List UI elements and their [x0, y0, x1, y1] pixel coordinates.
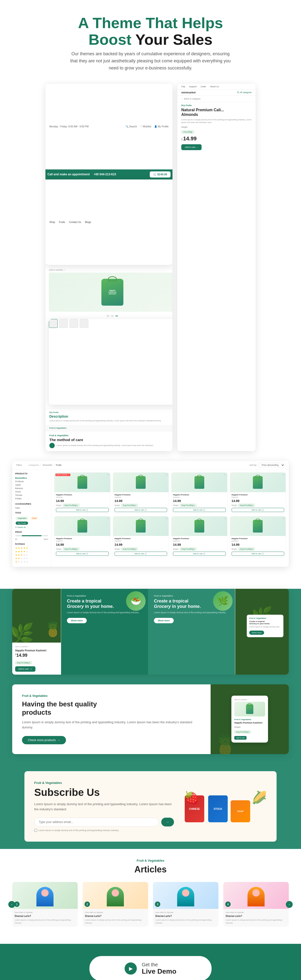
category-onion[interactable]: Onion	[15, 490, 48, 493]
cart-price[interactable]: 🛒 $140.00	[150, 172, 171, 178]
wishlist-icon-4[interactable]: ♡	[282, 474, 285, 476]
weight-label-5: Weight:	[56, 548, 62, 550]
product-mini-bag-2	[136, 476, 146, 489]
weight-tag-mini[interactable]: 1 bot (200g)	[181, 130, 194, 134]
all-categories[interactable]: ☰ All categorie	[237, 91, 252, 94]
back-button[interactable]: ← Back to category	[177, 95, 255, 102]
rating-3[interactable]: ★★★★★	[15, 554, 48, 556]
hero-add-cart-btn[interactable]: Add to cart 🛒	[15, 666, 35, 672]
live-demo-button[interactable]: ▶ Get the Live Demo	[89, 956, 212, 980]
articles-prev-btn[interactable]: ‹	[8, 901, 15, 908]
banner2-show-more-btn[interactable]: Show more	[154, 618, 174, 623]
thumb-3[interactable]	[70, 319, 78, 328]
article-img-1: 1	[12, 882, 78, 909]
nav-shop[interactable]: Shop	[49, 221, 55, 223]
add-cart-btn-3[interactable]: Add to cart 🛒	[173, 508, 226, 512]
weight-tag-card-6[interactable]: Gray Pot (500g+)	[121, 547, 138, 550]
category-bestsellers[interactable]: Bestsellers	[15, 476, 48, 480]
price-min: $0	[15, 538, 17, 540]
wishlist-icon-7[interactable]: ♡	[224, 517, 226, 520]
category-products[interactable]: Products	[15, 480, 48, 483]
search-icon[interactable]: 🔍 Search	[125, 125, 137, 128]
hero-weight-selector[interactable]: Gray Pot (500g+)	[15, 660, 58, 664]
category-apple[interactable]: Apple	[15, 483, 48, 487]
add-cart-btn-6[interactable]: Add to cart 🛒	[115, 552, 167, 556]
wishlist-icon-8[interactable]: ♡	[282, 517, 285, 520]
wishlist-icon-6[interactable]: ♡	[165, 517, 168, 520]
sata-item[interactable]: Sata	[15, 507, 48, 509]
wishlist-icon-3[interactable]: ♡	[224, 474, 226, 476]
subscribe-checkbox[interactable]	[34, 829, 37, 832]
rating-1[interactable]: ★★★★★	[15, 560, 48, 563]
rating-2[interactable]: ★★★★★	[15, 557, 48, 560]
nav-fruits[interactable]: Fruits	[59, 221, 65, 223]
wishlist-icon[interactable]: ♡ Wishlist	[140, 125, 151, 128]
category-banana[interactable]: Banana	[15, 487, 48, 490]
hero-weight-tag[interactable]: Gray Pot (500g+)	[15, 661, 32, 664]
weight-tag-card-4[interactable]: Gray Pot (500g+)	[238, 504, 255, 507]
weight-tag-card-1[interactable]: Gray Pot (500g+)	[63, 504, 79, 507]
add-cart-btn-7[interactable]: Add to cart 🛒	[173, 552, 226, 556]
add-cart-btn-5[interactable]: Add to cart 🛒	[56, 552, 109, 556]
tag-vegetable[interactable]: Vegetable	[16, 517, 29, 520]
weight-tag-card-8[interactable]: Gray Pot (500g+)	[238, 547, 255, 550]
weight-tag-card-5[interactable]: Gray Pot (500g+)	[63, 547, 79, 550]
add-cart-btn-4[interactable]: Add to cart 🛒	[231, 508, 284, 512]
profile-icon[interactable]: 👤 My Profile	[154, 125, 169, 128]
thumb-4[interactable]	[80, 319, 89, 328]
floating-weight-tag[interactable]: Gray Pot (500g+)	[234, 730, 251, 733]
add-cart-btn-1[interactable]: Add to cart 🛒	[56, 508, 109, 512]
faq-link[interactable]: Faq	[181, 85, 185, 88]
email-input[interactable]	[34, 818, 159, 826]
nav-contact[interactable]: Contact Us	[69, 221, 81, 223]
category-tomato[interactable]: Tomato	[15, 493, 48, 497]
floating-add-cart-btn[interactable]: Add to cart	[234, 736, 247, 740]
wishlist-btn[interactable]: Add to wishlist ♡	[49, 269, 173, 271]
add-cart-btn-8[interactable]: Add to cart 🛒	[231, 552, 284, 556]
weight-tag-card-2[interactable]: Gray Pot (500g+)	[121, 504, 138, 507]
support-link[interactable]: Support	[189, 85, 197, 88]
tag-dry-fruits[interactable]: Dry Fruits	[16, 522, 28, 525]
sort-dropdown[interactable]: Price descending Price ascending Newest	[258, 463, 285, 467]
wishlist-icon-5[interactable]: ♡	[107, 517, 109, 520]
delete-all-tags[interactable]: ✕ Delete all	[15, 526, 48, 528]
right-card-btn[interactable]: Show more	[249, 631, 264, 635]
carte-link[interactable]: Carte	[201, 85, 206, 88]
weight-tag-card-7[interactable]: Gray Pot (500g+)	[180, 547, 196, 550]
article-title-4: Dracna Luris?	[226, 915, 286, 918]
tag-fruit[interactable]: Fruit	[30, 517, 38, 520]
banner2-title-2: Grocery	[154, 604, 171, 609]
add-to-cart-mini[interactable]: Add to cart →	[181, 144, 201, 150]
nav-blogs[interactable]: Blogs	[85, 221, 91, 223]
product-card-1: ♡ Add to wishlist ♡ Happilo Premium Kash…	[54, 473, 111, 514]
banner-pair: Fruit & Vegetables Create a tropical Gro…	[61, 589, 235, 675]
check-more-products-btn[interactable]: Check more products →	[22, 736, 66, 744]
price-range-slider[interactable]	[15, 535, 48, 536]
wishlist-icon-2[interactable]: ♡	[165, 474, 168, 476]
minimarket-brand: minimarket	[181, 91, 196, 94]
floating-weight-selector[interactable]: Gray Pot (500g+)	[234, 729, 265, 733]
category-potato[interactable]: Potato	[15, 497, 48, 500]
quality-title-line3: products	[22, 709, 51, 716]
floating-wishlist[interactable]: Add to wishlist ♡	[234, 698, 265, 701]
card-subname-1: Kashmiri	[56, 496, 109, 498]
weight-tag-card-3[interactable]: Gray Pot (500g+)	[180, 504, 196, 507]
rating-4[interactable]: ★★★★★	[15, 550, 48, 553]
wishlist-label[interactable]: Add to wishlist ♡	[15, 646, 58, 648]
about-link[interactable]: About Us	[210, 85, 219, 88]
price-title: PRICE	[15, 531, 48, 533]
right-plant-area: 🌿 Fruit & Vegetables Create a tropicalGr…	[235, 589, 289, 643]
articles-next-btn[interactable]: ›	[286, 901, 293, 908]
add-cart-btn-2[interactable]: Add to cart 🛒	[115, 508, 167, 512]
quality-title-bold: quality	[75, 700, 97, 708]
subscribe-submit-btn[interactable]: →	[161, 818, 174, 826]
weight-label-mini: Weight:	[181, 126, 252, 128]
hero-section: A Theme That Helps Boost Your Sales Our …	[0, 0, 301, 84]
weight-selector-mini[interactable]: 1 bot (200g)	[181, 129, 252, 134]
thumb-2[interactable]	[59, 319, 68, 328]
thumb-1[interactable]	[49, 319, 58, 328]
banner1-show-more-btn[interactable]: Show more	[67, 618, 87, 623]
wishlist-icon-1[interactable]: ♡	[107, 474, 109, 476]
product-main-area: Add to wishlist ♡ HappiloCaliforniaAlmon…	[46, 265, 173, 408]
rating-5[interactable]: ★★★★★	[15, 547, 48, 549]
